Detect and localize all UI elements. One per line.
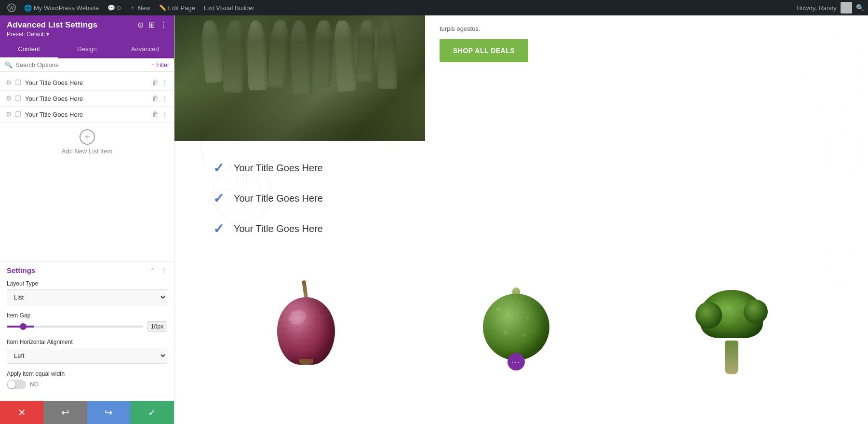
plus-icon: ＋: [130, 3, 136, 12]
settings-header: Settings ⌃ ⋮: [7, 266, 167, 274]
layout-type-label: Layout Type: [7, 280, 167, 287]
search-bar: 🔍 + Filter: [0, 58, 174, 72]
tab-advanced[interactable]: Advanced: [116, 41, 174, 58]
settings-icon[interactable]: ⊙: [137, 20, 144, 29]
list-item-title-1: Your Title Goes Here: [25, 79, 148, 86]
checklist-item-3: ✓ Your Title Goes Here: [213, 221, 829, 237]
add-new-label: Add New List Item: [62, 148, 113, 155]
cancel-icon: ✕: [18, 407, 26, 418]
sidebar: Advanced List Settings Preset: Default ▾…: [0, 15, 174, 424]
wp-logo-icon[interactable]: W: [4, 0, 19, 15]
layout-type-select[interactable]: List Grid Masonry: [7, 289, 167, 305]
equal-width-toggle[interactable]: [7, 380, 26, 389]
equal-width-label: Apply item equal width: [7, 370, 167, 377]
undo-icon: ↩: [61, 407, 69, 418]
shop-all-deals-button[interactable]: SHOP ALL DEALS: [440, 39, 528, 62]
list-item-title-2: Your Title Goes Here: [25, 95, 148, 102]
add-new-button[interactable]: +: [80, 129, 95, 145]
checklist-text-2: Your Title Goes Here: [234, 193, 323, 204]
filter-button[interactable]: + Filter: [151, 62, 169, 68]
toggle-knob: [8, 381, 15, 388]
more-icon[interactable]: ⋮: [161, 110, 168, 118]
topbar-edit-page[interactable]: ✏️ Edit Page: [155, 0, 199, 15]
redo-button[interactable]: ↪: [87, 401, 131, 424]
sidebar-header-icons: ⊙ ⊞ ⋮: [137, 20, 167, 29]
checkmark-icon-1: ✓: [213, 160, 224, 176]
preview-wrapper: turpis egestus. SHOP ALL DEALS ✓ Your Ti…: [174, 15, 868, 424]
confirm-button[interactable]: ✓: [131, 401, 174, 424]
settings-gear-icon[interactable]: ⚙: [6, 95, 12, 102]
delete-icon[interactable]: 🗑: [152, 95, 159, 102]
duplicate-icon[interactable]: ❐: [15, 110, 21, 118]
sidebar-tabs: Content Design Advanced: [0, 41, 174, 58]
pencil-icon: ✏️: [159, 4, 166, 11]
topbar-comments[interactable]: 💬 0: [104, 0, 124, 15]
layout-icon[interactable]: ⊞: [148, 20, 155, 29]
products-section: ●●●: [174, 271, 868, 384]
comment-icon: 💬: [107, 4, 115, 12]
topbar-site-name[interactable]: 🌐 My WordPress Website: [20, 0, 103, 15]
topbar-right: Howdy, Randy 🔍: [796, 2, 864, 14]
checkmark-icon-2: ✓: [213, 191, 224, 206]
settings-section: Settings ⌃ ⋮ Layout Type List Grid Mason…: [0, 261, 174, 401]
search-input[interactable]: [15, 61, 148, 68]
tab-content[interactable]: Content: [0, 41, 58, 58]
sidebar-title: Advanced List Settings: [7, 20, 97, 30]
redo-icon: ↪: [105, 407, 113, 418]
checklist-text-1: Your Title Goes Here: [234, 163, 323, 174]
layout-type-group: Layout Type List Grid Masonry: [7, 280, 167, 305]
content-area: turpis egestus. SHOP ALL DEALS ✓ Your Ti…: [174, 15, 868, 424]
item-gap-slider[interactable]: [7, 326, 143, 328]
undo-button[interactable]: ↩: [43, 401, 87, 424]
topbar-new[interactable]: ＋ New: [126, 0, 154, 15]
duplicate-icon[interactable]: ❐: [15, 79, 21, 86]
toggle-label: NO: [30, 381, 39, 388]
asparagus-image: [174, 15, 425, 141]
duplicate-icon[interactable]: ❐: [15, 95, 21, 102]
settings-title: Settings: [7, 266, 35, 274]
svg-text:W: W: [9, 5, 14, 11]
settings-more-icon[interactable]: ⋮: [160, 267, 167, 274]
more-options-icon[interactable]: ⋮: [160, 20, 167, 29]
item-alignment-group: Item Horizontal Alignment Left Center Ri…: [7, 339, 167, 364]
more-icon[interactable]: ⋮: [161, 79, 168, 86]
sidebar-preset: Preset: Default ▾: [7, 31, 97, 38]
settings-gear-icon[interactable]: ⚙: [6, 79, 12, 86]
item-alignment-label: Item Horizontal Alignment: [7, 339, 167, 345]
list-item: ⚙ ❐ Your Title Goes Here 🗑 ⋮: [0, 75, 174, 91]
collapse-icon[interactable]: ⌃: [150, 267, 156, 274]
topbar-exit-builder[interactable]: Exit Visual Builder: [200, 0, 258, 15]
cancel-button[interactable]: ✕: [0, 401, 43, 424]
onion-product: [275, 280, 337, 374]
description-text: turpis egestus.: [440, 25, 854, 32]
user-avatar: [841, 2, 852, 14]
topbar: W 🌐 My WordPress Website 💬 0 ＋ New ✏️ Ed…: [0, 0, 868, 15]
list-items-container: ⚙ ❐ Your Title Goes Here 🗑 ⋮ ⚙ ❐ Your Ti…: [0, 72, 174, 261]
list-item-title-3: Your Title Goes Here: [25, 111, 148, 118]
delete-icon[interactable]: 🗑: [152, 110, 159, 118]
delete-icon[interactable]: 🗑: [152, 79, 159, 86]
three-dots-button[interactable]: ●●●: [507, 353, 525, 370]
chevron-down-icon: ▾: [46, 31, 49, 38]
item-gap-label: Item Gap: [7, 312, 167, 319]
item-gap-group: Item Gap 10px: [7, 312, 167, 332]
checklist-section: ✓ Your Title Goes Here ✓ Your Title Goes…: [174, 141, 868, 271]
globe-icon: 🌐: [24, 4, 32, 12]
checklist-item-2: ✓ Your Title Goes Here: [213, 191, 829, 206]
add-new-section: + Add New List Item: [0, 123, 174, 160]
settings-gear-icon[interactable]: ⚙: [6, 110, 12, 118]
checklist-text-3: Your Title Goes Here: [234, 223, 323, 234]
preview-top-section: turpis egestus. SHOP ALL DEALS: [174, 15, 868, 141]
sidebar-header: Advanced List Settings Preset: Default ▾…: [0, 15, 174, 41]
shop-button-area: turpis egestus. SHOP ALL DEALS: [425, 15, 868, 72]
footer-buttons: ✕ ↩ ↪ ✓: [0, 401, 174, 424]
item-gap-value: 10px: [147, 321, 167, 332]
more-icon[interactable]: ⋮: [161, 95, 168, 102]
item-alignment-select[interactable]: Left Center Right: [7, 348, 167, 364]
checkmark-icon-3: ✓: [213, 221, 224, 237]
checklist-item-1: ✓ Your Title Goes Here: [213, 160, 829, 176]
tab-design[interactable]: Design: [58, 41, 116, 58]
search-icon[interactable]: 🔍: [856, 4, 864, 12]
list-item: ⚙ ❐ Your Title Goes Here 🗑 ⋮: [0, 107, 174, 123]
confirm-icon: ✓: [148, 407, 156, 418]
